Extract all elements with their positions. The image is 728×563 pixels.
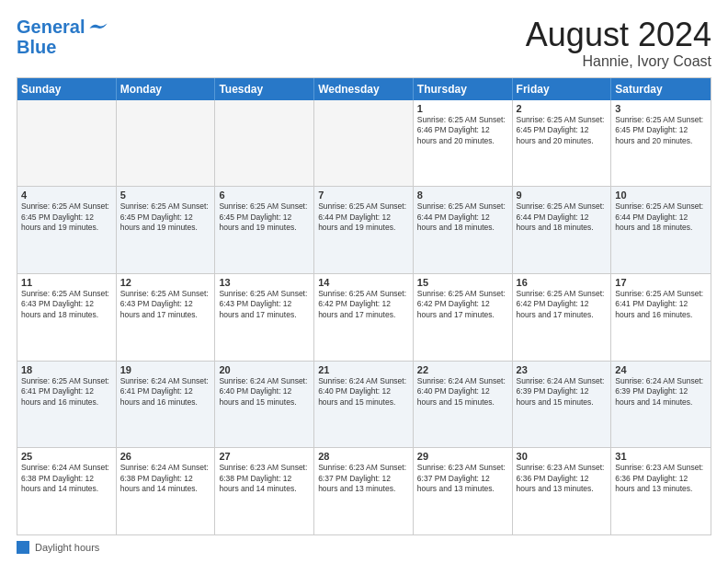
day-number: 23 <box>517 364 608 375</box>
day-number: 17 <box>615 277 707 288</box>
day-info: Sunrise: 6:25 AM Sunset: 6:43 PM Dayligh… <box>120 289 211 320</box>
day-number: 20 <box>219 364 310 375</box>
day-cell: 15Sunrise: 6:25 AM Sunset: 6:42 PM Dayli… <box>414 274 513 361</box>
day-cell: 14Sunrise: 6:25 AM Sunset: 6:42 PM Dayli… <box>314 274 414 361</box>
day-cell: 3Sunrise: 6:25 AM Sunset: 6:45 PM Daylig… <box>611 100 711 187</box>
day-number: 12 <box>120 277 211 288</box>
footer-label: Daylight hours <box>35 542 99 553</box>
day-info: Sunrise: 6:24 AM Sunset: 6:40 PM Dayligh… <box>318 376 409 408</box>
day-cell: 9Sunrise: 6:25 AM Sunset: 6:44 PM Daylig… <box>513 187 612 273</box>
day-info: Sunrise: 6:23 AM Sunset: 6:36 PM Dayligh… <box>517 463 608 494</box>
day-info: Sunrise: 6:23 AM Sunset: 6:38 PM Dayligh… <box>219 463 310 494</box>
day-cell: 1Sunrise: 6:25 AM Sunset: 6:46 PM Daylig… <box>414 100 513 187</box>
day-cell: 18Sunrise: 6:25 AM Sunset: 6:41 PM Dayli… <box>17 362 117 448</box>
day-number: 10 <box>615 190 707 201</box>
day-info: Sunrise: 6:25 AM Sunset: 6:45 PM Dayligh… <box>21 201 112 233</box>
day-headers: SundayMondayTuesdayWednesdayThursdayFrid… <box>17 78 711 100</box>
day-header: Monday <box>117 78 216 100</box>
calendar-body: 1Sunrise: 6:25 AM Sunset: 6:46 PM Daylig… <box>17 100 711 534</box>
day-info: Sunrise: 6:24 AM Sunset: 6:38 PM Dayligh… <box>21 463 112 494</box>
day-info: Sunrise: 6:25 AM Sunset: 6:41 PM Dayligh… <box>615 289 707 320</box>
logo-line1: General <box>17 17 85 37</box>
day-number: 31 <box>615 451 707 462</box>
footer-box-icon <box>17 541 29 554</box>
page: General Blue August 2024 Hannie, Ivory C… <box>0 0 728 563</box>
location: Hannie, Ivory Coast <box>526 53 711 70</box>
day-cell: 31Sunrise: 6:23 AM Sunset: 6:36 PM Dayli… <box>611 448 711 534</box>
day-number: 28 <box>318 451 409 462</box>
day-info: Sunrise: 6:24 AM Sunset: 6:40 PM Dayligh… <box>417 376 508 408</box>
day-cell: 27Sunrise: 6:23 AM Sunset: 6:38 PM Dayli… <box>215 448 314 534</box>
day-cell: 4Sunrise: 6:25 AM Sunset: 6:45 PM Daylig… <box>17 187 117 273</box>
week-row: 25Sunrise: 6:24 AM Sunset: 6:38 PM Dayli… <box>17 447 711 534</box>
day-header: Sunday <box>17 78 117 100</box>
day-cell: 10Sunrise: 6:25 AM Sunset: 6:44 PM Dayli… <box>611 187 711 273</box>
day-number: 7 <box>318 190 409 201</box>
day-cell: 8Sunrise: 6:25 AM Sunset: 6:44 PM Daylig… <box>414 187 513 273</box>
day-info: Sunrise: 6:25 AM Sunset: 6:45 PM Dayligh… <box>517 115 608 146</box>
day-number: 2 <box>517 103 608 114</box>
day-info: Sunrise: 6:23 AM Sunset: 6:36 PM Dayligh… <box>615 463 707 494</box>
day-header: Friday <box>513 78 612 100</box>
day-number: 14 <box>318 277 409 288</box>
day-info: Sunrise: 6:25 AM Sunset: 6:45 PM Dayligh… <box>615 115 707 146</box>
day-info: Sunrise: 6:25 AM Sunset: 6:44 PM Dayligh… <box>517 201 608 233</box>
day-number: 24 <box>615 364 707 375</box>
day-number: 11 <box>21 277 112 288</box>
day-number: 21 <box>318 364 409 375</box>
day-cell <box>215 100 314 187</box>
month-title: August 2024 <box>526 17 711 53</box>
day-cell <box>117 100 216 187</box>
day-info: Sunrise: 6:23 AM Sunset: 6:37 PM Dayligh… <box>318 463 409 494</box>
day-cell: 30Sunrise: 6:23 AM Sunset: 6:36 PM Dayli… <box>513 448 612 534</box>
day-number: 22 <box>417 364 508 375</box>
day-info: Sunrise: 6:24 AM Sunset: 6:41 PM Dayligh… <box>120 376 211 408</box>
day-info: Sunrise: 6:24 AM Sunset: 6:39 PM Dayligh… <box>517 376 608 408</box>
day-cell <box>314 100 414 187</box>
day-number: 16 <box>517 277 608 288</box>
day-number: 18 <box>21 364 112 375</box>
day-cell: 28Sunrise: 6:23 AM Sunset: 6:37 PM Dayli… <box>314 448 414 534</box>
day-cell: 2Sunrise: 6:25 AM Sunset: 6:45 PM Daylig… <box>513 100 612 187</box>
day-info: Sunrise: 6:25 AM Sunset: 6:42 PM Dayligh… <box>318 289 409 320</box>
week-row: 1Sunrise: 6:25 AM Sunset: 6:46 PM Daylig… <box>17 100 711 187</box>
day-info: Sunrise: 6:24 AM Sunset: 6:38 PM Dayligh… <box>120 463 211 494</box>
day-info: Sunrise: 6:25 AM Sunset: 6:43 PM Dayligh… <box>219 289 310 320</box>
day-number: 27 <box>219 451 310 462</box>
day-info: Sunrise: 6:25 AM Sunset: 6:45 PM Dayligh… <box>219 201 310 233</box>
day-info: Sunrise: 6:24 AM Sunset: 6:40 PM Dayligh… <box>219 376 310 408</box>
day-header: Wednesday <box>314 78 414 100</box>
footer: Daylight hours <box>17 535 711 554</box>
day-number: 1 <box>417 103 508 114</box>
day-number: 13 <box>219 277 310 288</box>
day-cell: 17Sunrise: 6:25 AM Sunset: 6:41 PM Dayli… <box>611 274 711 361</box>
day-info: Sunrise: 6:24 AM Sunset: 6:39 PM Dayligh… <box>615 376 707 408</box>
day-cell: 24Sunrise: 6:24 AM Sunset: 6:39 PM Dayli… <box>611 362 711 448</box>
day-info: Sunrise: 6:25 AM Sunset: 6:45 PM Dayligh… <box>120 201 211 233</box>
week-row: 4Sunrise: 6:25 AM Sunset: 6:45 PM Daylig… <box>17 186 711 273</box>
day-cell: 19Sunrise: 6:24 AM Sunset: 6:41 PM Dayli… <box>117 362 216 448</box>
day-cell: 16Sunrise: 6:25 AM Sunset: 6:42 PM Dayli… <box>513 274 612 361</box>
day-cell: 22Sunrise: 6:24 AM Sunset: 6:40 PM Dayli… <box>414 362 513 448</box>
day-header: Saturday <box>611 78 711 100</box>
day-cell: 23Sunrise: 6:24 AM Sunset: 6:39 PM Dayli… <box>513 362 612 448</box>
logo-text: General Blue <box>17 17 85 57</box>
day-header: Tuesday <box>215 78 314 100</box>
day-info: Sunrise: 6:25 AM Sunset: 6:44 PM Dayligh… <box>615 201 707 233</box>
calendar: SundayMondayTuesdayWednesdayThursdayFrid… <box>17 77 711 535</box>
header: General Blue August 2024 Hannie, Ivory C… <box>17 17 711 70</box>
day-number: 19 <box>120 364 211 375</box>
title-section: August 2024 Hannie, Ivory Coast <box>526 17 711 70</box>
day-info: Sunrise: 6:25 AM Sunset: 6:44 PM Dayligh… <box>417 201 508 233</box>
day-number: 25 <box>21 451 112 462</box>
day-info: Sunrise: 6:25 AM Sunset: 6:43 PM Dayligh… <box>21 289 112 320</box>
day-number: 26 <box>120 451 211 462</box>
logo-line2: Blue <box>17 37 56 57</box>
day-header: Thursday <box>414 78 513 100</box>
day-cell <box>17 100 117 187</box>
day-number: 4 <box>21 190 112 201</box>
day-cell: 26Sunrise: 6:24 AM Sunset: 6:38 PM Dayli… <box>117 448 216 534</box>
day-number: 6 <box>219 190 310 201</box>
day-number: 29 <box>417 451 508 462</box>
day-cell: 6Sunrise: 6:25 AM Sunset: 6:45 PM Daylig… <box>215 187 314 273</box>
